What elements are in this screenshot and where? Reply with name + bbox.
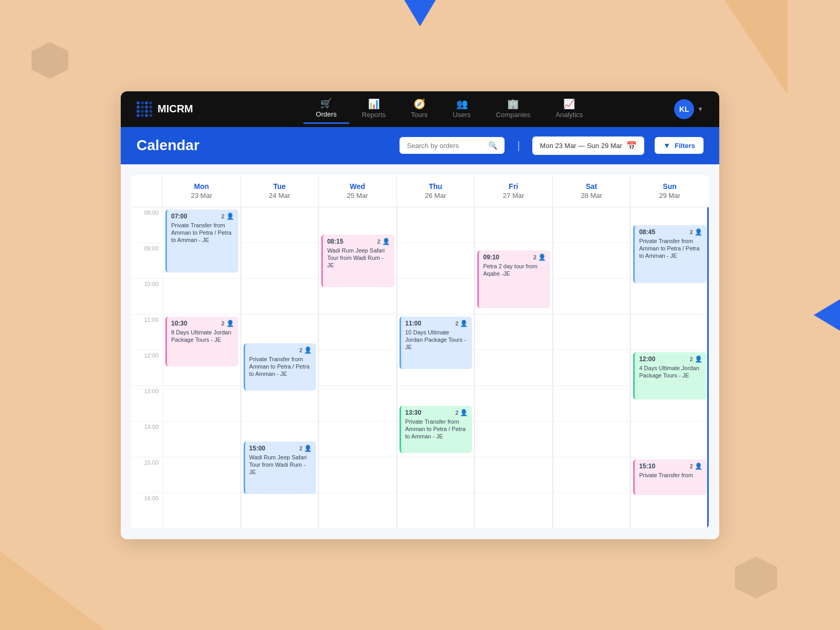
day-slot [319, 386, 396, 422]
event-title: Private Transfer from Amman to Petra / P… [171, 222, 234, 244]
event-title: Private Transfer from Amman to Petra / P… [405, 418, 468, 440]
date-range-text: Mon 23 Mar — Sun 29 Mar [540, 142, 622, 150]
logo-icon [136, 101, 152, 117]
tours-icon: 🧭 [414, 99, 425, 109]
calendar-event[interactable]: 07:00 2 👤 Private Transfer from Amman to… [165, 209, 238, 272]
day-slot [242, 207, 319, 243]
event-time: 13:30 2 👤 [405, 409, 468, 416]
calendar-event[interactable]: 13:30 2 👤 Private Transfer from Amman to… [400, 406, 472, 453]
avatar[interactable]: KL [674, 99, 694, 119]
day-slot [631, 314, 709, 350]
day-col-mon: 07:00 2 👤 Private Transfer from Amman to… [163, 207, 241, 529]
time-label: 12:00 [131, 350, 163, 386]
filters-button[interactable]: ▼ Filters [655, 137, 704, 154]
time-label: 11:00 [131, 314, 163, 350]
day-header-tue: Tue 24 Mar [241, 175, 319, 207]
day-slot [631, 493, 709, 529]
search-icon: 🔍 [488, 141, 497, 150]
time-label: 09:00 [131, 243, 163, 279]
orders-icon: 🛒 [320, 99, 332, 108]
event-time: 07:00 2 👤 [171, 213, 234, 220]
calendar-event[interactable]: 15:10 2 👤 Private Transfer from [633, 459, 707, 495]
calendar-event[interactable]: 09:10 2 👤 Petra 2 day tour from Aqabe -J… [477, 250, 550, 308]
users-icon: 👥 [456, 99, 468, 109]
calendar-area: Mon 23 Mar Tue 24 Mar Wed 25 Mar Thu 26 … [121, 164, 719, 539]
calendar-body: 08:0009:0010:0011:0012:0013:0014:0015:00… [131, 207, 709, 529]
time-label: 16:00 [131, 493, 163, 529]
calendar-event[interactable]: 11:00 2 👤 10 Days Ultimate Jordan Packag… [400, 317, 472, 369]
search-input[interactable] [407, 142, 484, 150]
day-header-thu: Thu 26 Mar [397, 175, 475, 207]
companies-icon: 🏢 [507, 99, 519, 109]
time-label: 13:00 [131, 386, 163, 422]
day-slot [242, 279, 319, 314]
day-slot [319, 493, 396, 529]
nav-analytics[interactable]: 📈 Analytics [543, 95, 595, 123]
day-col-sat [553, 207, 631, 529]
calendar-grid: Mon 23 Mar Tue 24 Mar Wed 25 Mar Thu 26 … [131, 175, 709, 529]
day-slot [319, 457, 396, 493]
event-title: 4 Days Ultimate Jordan Package Tours - J… [639, 364, 702, 380]
time-label: 08:00 [131, 207, 163, 243]
day-header-sat: Sat 28 Mar [553, 175, 631, 207]
nav-tours[interactable]: 🧭 Tours [398, 95, 440, 123]
nav-orders[interactable]: 🛒 Orders [303, 94, 350, 124]
header-divider: | [517, 140, 520, 152]
event-time: 08:15 2 👤 [327, 238, 390, 245]
calendar-icon: 📅 [626, 141, 637, 151]
event-title: Wadi Rum Jeep Safari Tour from Wadi Rum … [327, 247, 390, 269]
day-slot [475, 350, 552, 386]
day-slot [553, 350, 631, 386]
day-slot [553, 314, 631, 350]
filter-icon: ▼ [663, 141, 670, 150]
day-col-thu: 11:00 2 👤 10 Days Ultimate Jordan Packag… [397, 207, 475, 529]
event-time: 11:00 2 👤 [405, 320, 468, 327]
nav-users[interactable]: 👥 Users [440, 95, 484, 123]
date-range-button[interactable]: Mon 23 Mar — Sun 29 Mar 📅 [532, 136, 644, 155]
calendar-event[interactable]: 15:00 2 👤 Wadi Rum Jeep Safari Tour from… [244, 442, 317, 494]
day-slot [553, 279, 631, 314]
event-people: 2 👤 [221, 320, 234, 327]
day-slot [163, 457, 240, 493]
event-title: Private Transfer from [639, 471, 702, 479]
day-slot [242, 493, 319, 529]
event-people: 2 👤 [377, 238, 390, 245]
event-time: 15:00 2 👤 [249, 445, 312, 452]
today-indicator [707, 207, 709, 529]
calendar-event[interactable]: 08:15 2 👤 Wadi Rum Jeep Safari Tour from… [321, 235, 394, 287]
nav-companies[interactable]: 🏢 Companies [484, 95, 543, 123]
calendar-event[interactable]: 2 👤 Private Transfer from Amman to Petra… [244, 343, 317, 391]
calendar-event[interactable]: 08:45 2 👤 Private Transfer from Amman to… [633, 225, 707, 283]
calendar-event[interactable]: 12:00 2 👤 4 Days Ultimate Jordan Package… [633, 352, 707, 400]
calendar-event[interactable]: 10:30 2 👤 8 Days Ultimate Jordan Package… [165, 317, 238, 366]
search-box[interactable]: 🔍 [400, 137, 505, 154]
event-people: 2 👤 [299, 445, 312, 452]
day-slot [163, 422, 240, 457]
nav-items: 🛒 Orders 📊 Reports 🧭 Tours 👥 Users 🏢 Com… [225, 94, 674, 124]
event-people: 2 👤 [455, 320, 468, 327]
day-col-tue: 2 👤 Private Transfer from Amman to Petra… [241, 207, 319, 529]
day-slot [397, 457, 475, 493]
event-people: 2 👤 [690, 463, 702, 470]
event-people: 2 👤 [299, 346, 312, 354]
main-window: MICRM 🛒 Orders 📊 Reports 🧭 Tours 👥 Users… [121, 91, 719, 539]
day-slot [475, 207, 552, 243]
day-slot [553, 457, 631, 493]
day-col-fri: 09:10 2 👤 Petra 2 day tour from Aqabe -J… [475, 207, 553, 529]
event-time: 12:00 2 👤 [639, 355, 702, 363]
user-avatar-wrapper[interactable]: KL ▼ [674, 99, 704, 119]
avatar-caret: ▼ [697, 106, 704, 113]
day-slot [553, 493, 631, 529]
day-slot [553, 386, 631, 422]
day-slot [631, 422, 709, 457]
time-label: 15:00 [131, 457, 163, 493]
nav-reports[interactable]: 📊 Reports [349, 95, 398, 123]
day-slot [475, 314, 552, 350]
day-slot [397, 243, 475, 279]
time-label: 10:00 [131, 279, 163, 314]
page-title: Calendar [136, 137, 389, 154]
analytics-icon: 📈 [563, 99, 575, 109]
calendar-header: Mon 23 Mar Tue 24 Mar Wed 25 Mar Thu 26 … [131, 175, 709, 207]
day-col-sun: 08:45 2 👤 Private Transfer from Amman to… [631, 207, 709, 529]
day-slot [553, 207, 631, 243]
